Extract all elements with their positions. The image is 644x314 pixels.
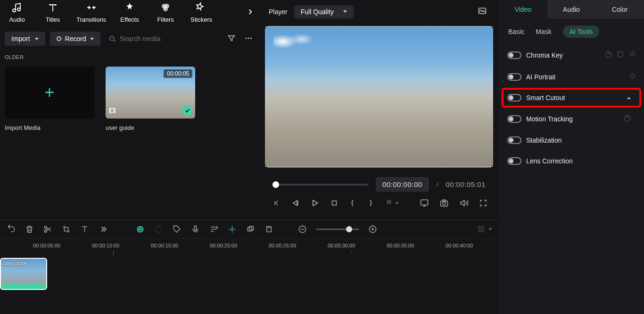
quality-label: Full Quality: [301, 8, 334, 16]
toggle-switch[interactable]: [507, 51, 521, 59]
help-icon[interactable]: [624, 115, 631, 123]
tab-color[interactable]: Color: [595, 0, 644, 19]
toolbar-more-icon[interactable]: [246, 8, 255, 17]
text-button[interactable]: [80, 225, 89, 234]
camera-button[interactable]: [439, 198, 449, 208]
clip-label: user guide: [3, 260, 27, 266]
toolbar-transitions-label: Transitions: [76, 16, 106, 23]
record-dropdown[interactable]: Record: [50, 32, 100, 46]
crop-button[interactable]: [62, 225, 71, 234]
toggle-switch[interactable]: [507, 136, 521, 144]
mark-out-button[interactable]: [367, 199, 374, 207]
prev-frame-button[interactable]: [272, 199, 281, 207]
svg-rect-9: [109, 108, 115, 112]
marker-dropdown[interactable]: [385, 199, 399, 207]
link-button[interactable]: [246, 225, 255, 234]
display-settings-button[interactable]: [420, 198, 429, 208]
toolbar-titles[interactable]: Titles: [41, 2, 65, 23]
svg-rect-38: [480, 231, 482, 232]
toolbar-effects[interactable]: Effects: [117, 2, 142, 23]
right-sub-tabs: Basic Mask AI Tools: [499, 19, 644, 43]
plus-icon: +: [44, 83, 54, 102]
delete-button[interactable]: [25, 225, 34, 234]
ai-item-smart-cutout[interactable]: Smart Cutout: [503, 89, 640, 107]
ai-item-ai-portrait[interactable]: AI Portrait: [503, 68, 640, 86]
zoom-slider[interactable]: [316, 229, 359, 230]
ai-item-motion-tracking[interactable]: Motion Tracking: [503, 110, 640, 128]
ai-button[interactable]: [136, 225, 145, 234]
toolbar-stickers[interactable]: Stickers: [189, 2, 214, 23]
current-time: 00:00:00:00: [376, 177, 429, 192]
play-button[interactable]: [310, 198, 320, 208]
timeline: 00:00:05:0000:00:10:0000:00:15:0000:00:2…: [0, 220, 499, 314]
svg-point-24: [216, 227, 217, 228]
svg-point-25: [231, 229, 233, 230]
snapshot-icon[interactable]: [475, 4, 489, 19]
toggle-switch[interactable]: [507, 157, 521, 165]
ai-item-chroma-key[interactable]: Chroma Key: [503, 45, 640, 65]
tab-video[interactable]: Video: [499, 0, 547, 19]
undo-button[interactable]: [7, 225, 16, 234]
marker-button[interactable]: [264, 225, 273, 234]
search-input[interactable]: [120, 35, 217, 42]
stop-button[interactable]: [330, 199, 339, 207]
ai-item-label: Smart Cutout: [526, 94, 622, 102]
record-dot-icon: [57, 36, 61, 41]
timeline-ruler[interactable]: 00:00:05:0000:00:10:0000:00:15:0000:00:2…: [0, 239, 499, 256]
zoom-out-button[interactable]: [298, 225, 307, 234]
check-badge-icon: [182, 105, 192, 116]
svg-point-7: [248, 37, 249, 39]
ai-item-label: Motion Tracking: [526, 115, 619, 123]
toolbar-audio[interactable]: Audio: [5, 2, 29, 23]
timeline-tracks[interactable]: user guide: [0, 256, 499, 292]
right-top-tabs: Video Audio Color: [499, 0, 644, 19]
svg-point-6: [245, 37, 247, 39]
tag-button[interactable]: [173, 225, 182, 234]
toggle-switch[interactable]: [507, 73, 521, 81]
more-tools-button[interactable]: [99, 225, 107, 234]
fullscreen-button[interactable]: [479, 199, 487, 207]
ai-item-stabilization[interactable]: Stabilization: [503, 131, 640, 149]
toolbar-audio-label: Audio: [9, 16, 25, 23]
help-icon[interactable]: [605, 51, 612, 59]
subtab-mask[interactable]: Mask: [536, 28, 551, 35]
player-viewport[interactable]: [265, 26, 493, 168]
toggle-switch[interactable]: [507, 94, 521, 102]
more-options-icon[interactable]: [242, 32, 255, 46]
import-dropdown[interactable]: Import: [5, 32, 45, 46]
audio-track-button[interactable]: [209, 225, 218, 234]
mic-button[interactable]: [191, 225, 200, 234]
toggle-switch[interactable]: [507, 115, 521, 123]
reset-icon[interactable]: [617, 51, 624, 59]
tab-audio[interactable]: Audio: [547, 0, 596, 19]
keyframe-icon[interactable]: [629, 51, 636, 59]
play-backward-button[interactable]: [291, 199, 300, 207]
ai-item-label: Stabilization: [526, 136, 631, 144]
volume-button[interactable]: [459, 198, 469, 208]
right-panel: Video Audio Color Basic Mask AI Tools Ch…: [499, 0, 644, 314]
timeline-clip[interactable]: user guide: [0, 258, 47, 290]
import-media-tile[interactable]: + Import Media: [5, 67, 94, 131]
mark-in-button[interactable]: [349, 199, 356, 207]
quality-dropdown[interactable]: Full Quality: [294, 5, 354, 18]
media-clip[interactable]: 00:00:05 user guide: [106, 67, 195, 131]
render-button[interactable]: [228, 225, 237, 234]
subtab-ai-tools[interactable]: AI Tools: [563, 25, 600, 38]
keyframe-icon[interactable]: [629, 73, 636, 81]
speed-button[interactable]: [154, 225, 163, 234]
svg-rect-12: [421, 200, 428, 205]
progress-slider[interactable]: [272, 184, 368, 186]
split-button[interactable]: [43, 225, 52, 234]
svg-rect-23: [194, 226, 197, 230]
subtab-basic[interactable]: Basic: [508, 28, 524, 35]
toolbar-transitions[interactable]: Transitions: [76, 2, 106, 23]
svg-rect-39: [483, 231, 484, 232]
ai-item-lens-correction[interactable]: Lens Correction: [503, 152, 640, 170]
svg-point-1: [17, 8, 20, 11]
player-controls: 00:00:00:00 / 00:00:05:01: [263, 170, 495, 212]
filter-icon[interactable]: [225, 32, 238, 46]
svg-point-19: [137, 226, 143, 232]
view-options-button[interactable]: [477, 225, 492, 234]
zoom-in-button[interactable]: [368, 225, 377, 234]
toolbar-filters[interactable]: Filters: [153, 2, 178, 23]
